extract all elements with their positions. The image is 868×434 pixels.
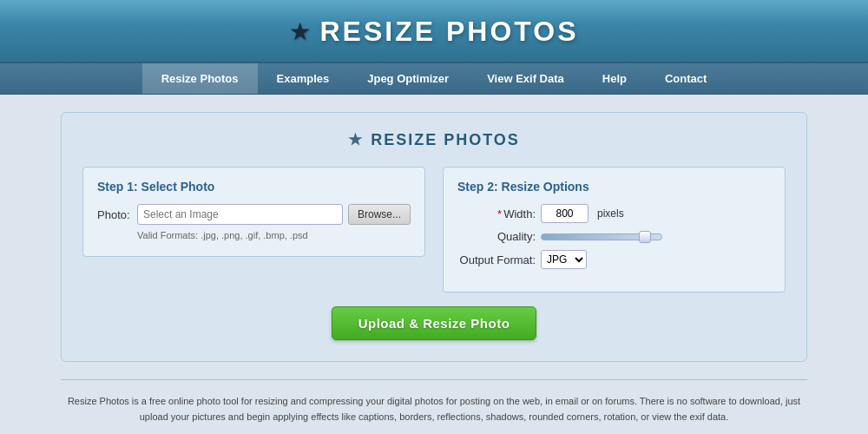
photo-input[interactable] bbox=[137, 204, 343, 225]
step1-title: Step 1: Select Photo bbox=[97, 180, 411, 194]
site-title: RESIZE PHOTOS bbox=[319, 16, 578, 48]
divider bbox=[61, 379, 807, 380]
quality-row: Quality: bbox=[457, 230, 771, 243]
nav-item-view-exif-data[interactable]: View Exif Data bbox=[468, 63, 583, 94]
quality-label: Quality: bbox=[457, 230, 536, 243]
header-star-icon: ★ bbox=[289, 17, 311, 46]
header-title: ★ RESIZE PHOTOS bbox=[289, 16, 578, 48]
width-row: *Width: pixels bbox=[457, 204, 771, 223]
step1-box: Step 1: Select Photo Photo: Browse... Va… bbox=[82, 167, 425, 257]
panel-star-icon: ★ bbox=[348, 130, 364, 149]
footer-description: Resize Photos is a free online photo too… bbox=[61, 387, 807, 434]
pixels-label: pixels bbox=[597, 207, 624, 220]
nav-item-help[interactable]: Help bbox=[583, 63, 646, 94]
step2-title: Step 2: Resize Options bbox=[457, 180, 771, 194]
quality-slider-track[interactable] bbox=[541, 233, 662, 240]
format-label: Output Format: bbox=[457, 253, 536, 266]
panel-title: ★ RESIZE PHOTOS bbox=[82, 130, 786, 149]
browse-button[interactable]: Browse... bbox=[348, 204, 411, 225]
nav-item-contact[interactable]: Contact bbox=[646, 63, 726, 94]
main-nav: Resize Photos Examples Jpeg Optimizer Vi… bbox=[0, 63, 868, 95]
width-input[interactable] bbox=[541, 204, 589, 223]
photo-label: Photo: bbox=[97, 208, 132, 221]
header: ★ RESIZE PHOTOS bbox=[0, 0, 868, 63]
required-indicator: * bbox=[497, 207, 502, 220]
quality-slider-thumb[interactable] bbox=[639, 231, 651, 243]
width-label: *Width: bbox=[457, 207, 536, 220]
format-select[interactable]: JPG PNG GIF BMP bbox=[541, 250, 587, 269]
photo-row: Photo: Browse... bbox=[97, 204, 411, 225]
upload-resize-button[interactable]: Upload & Resize Photo bbox=[332, 306, 537, 340]
panel-title-text: RESIZE PHOTOS bbox=[371, 131, 520, 149]
resize-panel: ★ RESIZE PHOTOS Step 1: Select Photo Pho… bbox=[61, 112, 807, 362]
upload-btn-row: Upload & Resize Photo bbox=[82, 306, 786, 340]
format-row: Output Format: JPG PNG GIF BMP bbox=[457, 250, 771, 269]
panel-columns: Step 1: Select Photo Photo: Browse... Va… bbox=[82, 167, 786, 293]
nav-item-jpeg-optimizer[interactable]: Jpeg Optimizer bbox=[348, 63, 468, 94]
quality-slider-container bbox=[541, 233, 662, 240]
valid-formats-text: Valid Formats: .jpg, .png, .gif, .bmp, .… bbox=[137, 230, 411, 240]
nav-item-resize-photos[interactable]: Resize Photos bbox=[142, 63, 258, 94]
main-content: ★ RESIZE PHOTOS Step 1: Select Photo Pho… bbox=[0, 95, 868, 434]
step2-box: Step 2: Resize Options *Width: pixels Qu… bbox=[443, 167, 786, 293]
nav-item-examples[interactable]: Examples bbox=[258, 63, 349, 94]
